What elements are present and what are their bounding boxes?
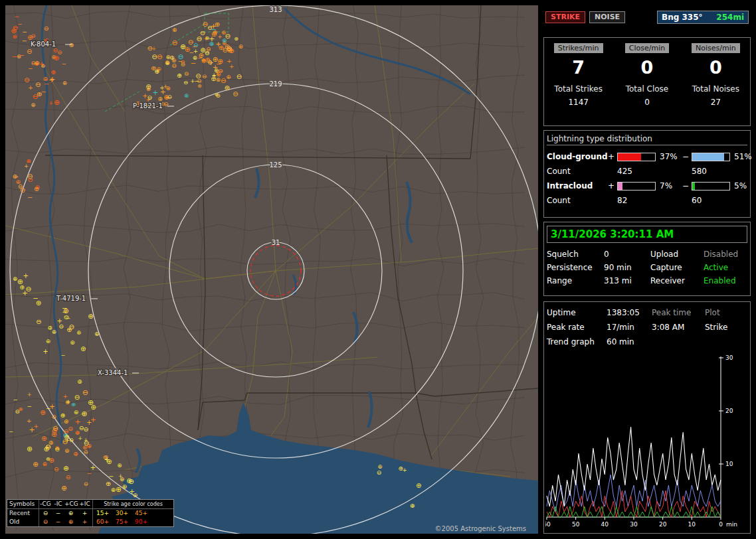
svg-text:⊖: ⊖ <box>202 20 208 28</box>
mode-toolbar: STRIKE NOISE Bng 335° 254mi <box>543 8 751 27</box>
svg-text:−: − <box>11 53 17 60</box>
status-row: Squelch 0 Upload Disabled <box>547 248 747 261</box>
svg-text:⊕: ⊕ <box>33 460 39 468</box>
svg-text:⊕: ⊕ <box>13 173 18 180</box>
svg-text:⊕: ⊕ <box>126 477 132 485</box>
svg-text:⊖: ⊖ <box>163 101 169 108</box>
cg-neg-count: 580 <box>692 167 731 176</box>
svg-text:⊖: ⊖ <box>35 80 41 88</box>
svg-text:⊕: ⊕ <box>62 80 67 86</box>
intracloud-label: Intracloud <box>547 181 608 191</box>
svg-text:20: 20 <box>659 521 667 528</box>
cg-neg-bar <box>692 153 730 161</box>
lightning-map[interactable]: 31321912531 ⊕⊖−−⊖⊕⊕⊖+⊖⊕++⊕⊕⊕⊖⊕⊕+⊕⊕⊕−⊖⊕++… <box>5 5 538 534</box>
svg-text:⊕: ⊕ <box>225 84 231 92</box>
circle-minus-icon: ⊖ <box>39 518 52 526</box>
svg-text:⊖: ⊖ <box>233 90 238 98</box>
plus-sign: + <box>608 152 617 161</box>
close-per-min-column: Close/min 0 Total Close 0 <box>613 38 681 125</box>
svg-text:⊕: ⊕ <box>198 52 203 59</box>
svg-text:−: − <box>27 194 33 201</box>
svg-text:⊕: ⊕ <box>117 462 122 469</box>
svg-text:K-804-1: K-804-1 <box>31 40 56 48</box>
age-15: 15+ <box>93 509 112 518</box>
svg-text:⊕: ⊕ <box>88 398 94 407</box>
peak-time-value: 3:08 AM <box>652 323 705 332</box>
svg-text:+: + <box>43 348 48 355</box>
svg-text:50: 50 <box>572 521 580 528</box>
legend-type-ic-pos: +IC <box>77 500 93 508</box>
svg-text:T-4719-1: T-4719-1 <box>56 295 86 302</box>
svg-text:⊖: ⊖ <box>15 408 19 415</box>
total-noises-value: 27 <box>682 98 750 107</box>
svg-text:⊕: ⊕ <box>81 410 87 418</box>
minus-icon: − <box>52 518 64 526</box>
svg-text:+: + <box>152 88 158 96</box>
ic-pos-count: 82 <box>617 196 657 205</box>
svg-text:+: + <box>208 58 214 67</box>
ic-neg-bar <box>692 182 730 191</box>
svg-text:+: + <box>160 88 166 96</box>
cloud-ground-label: Cloud-ground <box>547 152 608 161</box>
svg-text:⊕: ⊕ <box>133 492 138 499</box>
distribution-title: Lightning type distribution <box>547 134 747 145</box>
svg-text:⊖: ⊖ <box>69 323 75 331</box>
legend-old-row: Old ⊖ − ⊕ + 60+ 75+ 90+ <box>7 518 173 526</box>
svg-text:⊖: ⊖ <box>20 186 26 194</box>
strike-mode-button[interactable]: STRIKE <box>545 11 585 23</box>
map-legend: Symbols -CG -IC +CG +IC Strike age color… <box>7 499 174 527</box>
svg-text:−: − <box>9 428 13 435</box>
svg-text:⊕: ⊕ <box>169 54 175 61</box>
svg-text:⊖: ⊖ <box>157 52 163 60</box>
svg-text:−: − <box>46 405 50 412</box>
svg-text:⊕: ⊕ <box>180 42 186 51</box>
svg-text:⊕: ⊕ <box>43 445 48 453</box>
uptime-value: 1383:05 <box>607 308 652 317</box>
svg-text:⊕: ⊕ <box>214 92 219 98</box>
ic-pos-bar <box>617 182 656 191</box>
svg-text:⊖: ⊖ <box>184 70 189 77</box>
svg-text:+: + <box>86 419 92 426</box>
upload-label: Upload <box>650 250 704 259</box>
svg-text:⊕: ⊕ <box>177 72 182 79</box>
svg-text:⊖: ⊖ <box>183 79 188 86</box>
svg-text:+: + <box>28 84 33 91</box>
total-strikes-label: Total Strikes <box>544 84 613 94</box>
age-90: 90+ <box>132 518 151 526</box>
map-area[interactable]: 31321912531 ⊕⊖−−⊖⊕⊕⊖+⊖⊕++⊕⊕⊕⊖⊕⊕+⊕⊕⊕−⊖⊕++… <box>5 5 538 534</box>
svg-text:⊕: ⊕ <box>238 43 244 50</box>
svg-text:⊖: ⊖ <box>236 73 242 80</box>
svg-text:⊕: ⊕ <box>165 60 169 66</box>
svg-text:−: − <box>87 470 92 477</box>
minus-sign: − <box>682 152 692 161</box>
receiver-label: Receiver <box>650 276 704 285</box>
noise-mode-button[interactable]: NOISE <box>589 11 625 23</box>
svg-text:⊕: ⊕ <box>226 74 231 80</box>
legend-symbols-header: Symbols <box>7 500 39 508</box>
minus-icon: − <box>52 509 64 518</box>
svg-text:⊖: ⊖ <box>58 323 64 330</box>
svg-text:−: − <box>193 43 197 50</box>
svg-text:⊖: ⊖ <box>27 173 33 180</box>
cg-pos-pct: 37% <box>657 152 682 161</box>
svg-text:⊖: ⊖ <box>57 49 62 56</box>
svg-text:⊖: ⊖ <box>68 425 73 432</box>
svg-text:⊕: ⊕ <box>51 430 57 438</box>
svg-text:+: + <box>203 35 208 42</box>
svg-text:⊖: ⊖ <box>178 52 184 60</box>
trend-graph-chart: 3020106050403020100min <box>545 354 749 530</box>
svg-text:⊕: ⊕ <box>216 71 221 78</box>
noises-per-min-header: Noises/min <box>692 43 740 53</box>
svg-text:0: 0 <box>719 521 723 528</box>
svg-text:⊕: ⊕ <box>94 331 100 337</box>
trend-window-value: 60 min <box>607 337 652 346</box>
svg-text:−: − <box>60 352 65 358</box>
svg-text:⊕: ⊕ <box>116 485 122 494</box>
total-close-value: 0 <box>613 98 681 107</box>
age-75: 75+ <box>112 518 132 526</box>
noises-per-min-value: 0 <box>682 57 750 78</box>
svg-text:⊕: ⊕ <box>73 450 78 457</box>
svg-text:⊕: ⊕ <box>61 484 67 493</box>
trend-graph-label: Trend graph <box>547 337 607 346</box>
svg-text:60: 60 <box>545 521 551 528</box>
